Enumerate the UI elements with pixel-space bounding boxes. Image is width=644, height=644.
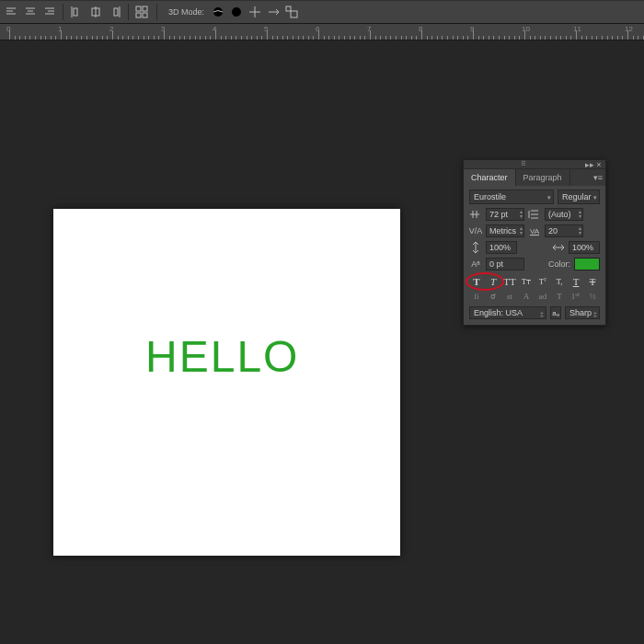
flyout-menu-icon[interactable]: ▾≡: [593, 173, 603, 182]
svg-rect-18: [143, 13, 147, 17]
tab-character[interactable]: Character: [464, 169, 516, 186]
discretionary-lig-button[interactable]: st: [502, 290, 517, 303]
leading-icon: [528, 208, 541, 221]
subscript-button[interactable]: T,: [552, 274, 567, 288]
baseline-icon: Aª: [469, 258, 482, 270]
paragraph-center-icon[interactable]: [22, 4, 39, 20]
panel-tabs: Character Paragraph ▾≡: [464, 169, 605, 186]
panel-titlebar[interactable]: ⠿ ▸▸ ×: [464, 160, 605, 169]
superscript-button[interactable]: Tᵀ: [535, 274, 550, 288]
antialiasing-icon: aₐ: [550, 306, 561, 319]
kerning-input[interactable]: Metrics▴▾: [486, 224, 524, 237]
3d-slide-icon[interactable]: [265, 4, 282, 20]
3d-pan-icon[interactable]: [247, 4, 263, 20]
language-select[interactable]: English: USA‡: [469, 306, 546, 319]
distribute-center-icon[interactable]: [87, 4, 104, 20]
tracking-icon: VA: [528, 224, 541, 237]
svg-rect-26: [291, 11, 297, 17]
mode-label: 3D Mode:: [168, 7, 204, 17]
ruler-horizontal: 0123456789101112: [0, 24, 644, 40]
svg-rect-10: [74, 8, 77, 16]
hscale-icon: [552, 241, 565, 254]
3d-scale-icon[interactable]: [283, 4, 300, 20]
fractions-button[interactable]: ½: [585, 290, 600, 303]
auto-align-icon[interactable]: [134, 4, 151, 20]
contextual-alt-button[interactable]: ơ: [486, 290, 500, 303]
strikethrough-button[interactable]: Ŧ: [585, 274, 600, 288]
ordinals-button[interactable]: 1ˢᵗ: [569, 290, 583, 303]
italic-button[interactable]: T: [486, 274, 500, 288]
tracking-input[interactable]: 20▴▾: [545, 224, 583, 237]
font-style-select[interactable]: Regular▾: [558, 190, 600, 204]
kerning-icon: V/A: [469, 224, 482, 237]
svg-rect-25: [286, 6, 291, 11]
collapse-icon[interactable]: ▸▸: [585, 160, 594, 169]
bold-button[interactable]: T: [469, 274, 484, 288]
allcaps-button[interactable]: TT: [502, 274, 517, 288]
font-size-input[interactable]: 72 pt▴▾: [486, 208, 524, 221]
svg-point-21: [235, 10, 238, 14]
3d-rotate-icon[interactable]: [228, 4, 245, 20]
3d-orbit-icon[interactable]: [210, 4, 226, 20]
canvas[interactable]: HELLO: [53, 209, 400, 556]
leading-input[interactable]: (Auto)▴▾: [545, 208, 583, 221]
baseline-input[interactable]: 0 pt: [486, 258, 524, 270]
vscale-icon: [469, 241, 482, 254]
underline-button[interactable]: T: [569, 274, 583, 288]
type-style-row: T T TT Tᴛ Tᵀ T, T Ŧ: [469, 274, 600, 288]
paragraph-left-icon[interactable]: [4, 4, 20, 20]
text-color-swatch[interactable]: [574, 258, 600, 270]
distribute-right-icon[interactable]: [106, 4, 122, 20]
stylistic-alt-button[interactable]: ad: [535, 290, 550, 303]
svg-rect-17: [136, 13, 141, 17]
color-label: Color:: [548, 259, 570, 269]
ligatures-button[interactable]: fi: [469, 290, 484, 303]
svg-point-19: [213, 7, 223, 17]
tab-paragraph[interactable]: Paragraph: [516, 169, 570, 186]
text-layer[interactable]: HELLO: [145, 331, 299, 382]
svg-rect-16: [143, 6, 147, 11]
swash-button[interactable]: A: [519, 290, 534, 303]
antialiasing-select[interactable]: Sharp‡: [565, 306, 600, 319]
close-icon[interactable]: ×: [594, 160, 604, 169]
titling-alt-button[interactable]: T: [552, 290, 567, 303]
font-size-icon: [469, 208, 482, 221]
vscale-input[interactable]: 100%: [486, 241, 517, 254]
opentype-row: fi ơ st A ad T 1ˢᵗ ½: [469, 290, 600, 303]
distribute-left-icon[interactable]: [69, 4, 86, 20]
font-family-select[interactable]: Eurostile▾: [469, 190, 554, 204]
svg-rect-15: [136, 6, 141, 11]
character-panel: ⠿ ▸▸ × Character Paragraph ▾≡ Eurostile▾…: [463, 159, 606, 326]
svg-rect-14: [114, 8, 118, 16]
hscale-input[interactable]: 100%: [569, 241, 600, 254]
smallcaps-button[interactable]: Tᴛ: [519, 274, 534, 288]
options-bar: 3D Mode:: [0, 0, 644, 24]
paragraph-right-icon[interactable]: [40, 4, 57, 20]
